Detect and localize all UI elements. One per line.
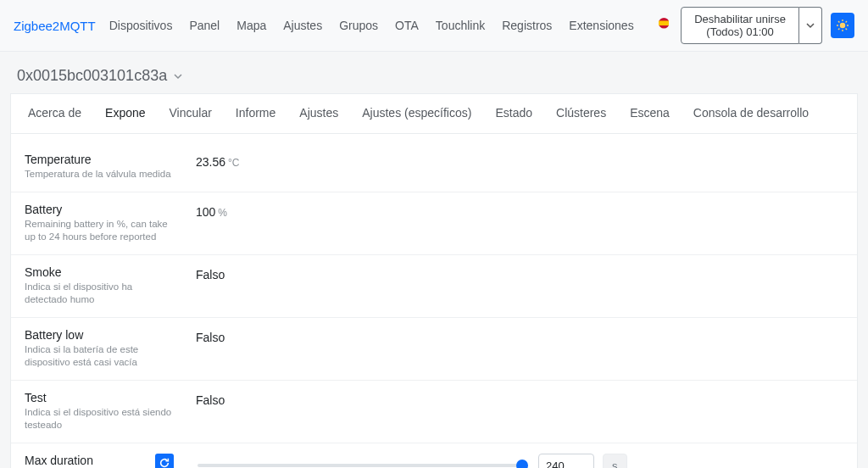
label-desc: Remaining battery in %, can take up to 2… — [25, 218, 177, 244]
svg-line-8 — [838, 21, 839, 22]
svg-line-10 — [838, 29, 839, 30]
locale-flag-icon[interactable] — [659, 18, 670, 33]
label-title: Max duration — [25, 454, 177, 467]
nav-extensiones[interactable]: Extensiones — [562, 14, 640, 37]
row-max-duration: Max duration Duración de la sirena s — [11, 443, 857, 468]
expose-card: Temperature Temperatura de la válvula me… — [10, 134, 858, 468]
tab-estado[interactable]: Estado — [483, 94, 544, 133]
max-duration-slider[interactable] — [198, 464, 528, 467]
svg-line-11 — [846, 21, 847, 22]
nav-touchlink[interactable]: Touchlink — [429, 14, 492, 37]
max-duration-unit: s — [603, 454, 627, 468]
top-navbar: Zigbee2MQTT Dispositivos Panel Mapa Ajus… — [0, 0, 868, 52]
nav-grupos[interactable]: Grupos — [332, 14, 385, 37]
nav-ajustes[interactable]: Ajustes — [276, 14, 329, 37]
value-battery: 100% — [196, 205, 227, 219]
theme-toggle-button[interactable] — [831, 13, 854, 38]
svg-rect-1 — [659, 21, 670, 26]
device-tabs: Acerca de Expone Vincular Informe Ajuste… — [10, 93, 858, 133]
svg-point-3 — [840, 23, 845, 28]
label-desc: Temperatura de la válvula medida — [25, 168, 177, 181]
nav-ota[interactable]: OTA — [388, 14, 426, 37]
label-title: Battery low — [25, 328, 177, 342]
value-battery-low: Falso — [196, 331, 225, 344]
row-temperature: Temperature Temperatura de la válvula me… — [11, 142, 857, 192]
device-id[interactable]: 0x0015bc003101c83a — [17, 67, 167, 85]
nav-mapa[interactable]: Mapa — [230, 14, 273, 37]
tab-expone[interactable]: Expone — [93, 94, 157, 133]
refresh-icon — [159, 457, 170, 468]
permit-join-dropdown[interactable] — [799, 7, 822, 44]
row-battery-low: Battery low Indica si la batería de este… — [11, 318, 857, 381]
label-title: Battery — [25, 203, 177, 216]
row-smoke: Smoke Indica si el dispositivo ha detect… — [11, 255, 857, 318]
value-smoke: Falso — [196, 268, 225, 281]
tab-vincular[interactable]: Vincular — [158, 94, 224, 133]
chevron-down-icon — [806, 21, 815, 30]
chevron-down-icon — [174, 72, 182, 81]
value-test: Falso — [196, 393, 225, 407]
sun-icon — [836, 19, 849, 32]
label-title: Smoke — [25, 265, 177, 279]
svg-line-9 — [846, 29, 847, 30]
device-title-row: 0x0015bc003101c83a — [0, 52, 868, 93]
tab-ajustes[interactable]: Ajustes — [287, 94, 350, 133]
refresh-button[interactable] — [155, 454, 174, 468]
nav-panel[interactable]: Panel — [182, 14, 226, 37]
tab-escena[interactable]: Escena — [618, 94, 682, 133]
permit-join-button[interactable]: Deshabilitar unirse (Todos) 01:00 — [681, 7, 799, 44]
label-desc: Indica si el dispositivo está siendo tes… — [25, 406, 177, 432]
device-title-caret[interactable] — [174, 67, 182, 85]
value-temperature: 23.56°C — [196, 155, 240, 169]
row-test: Test Indica si el dispositivo está siend… — [11, 381, 857, 443]
tab-consola[interactable]: Consola de desarrollo — [682, 94, 821, 133]
nav-dispositivos[interactable]: Dispositivos — [103, 14, 180, 37]
nav-registros[interactable]: Registros — [495, 14, 559, 37]
tab-clusteres[interactable]: Clústeres — [544, 94, 618, 133]
tab-acerca-de[interactable]: Acerca de — [16, 94, 93, 133]
tab-informe[interactable]: Informe — [224, 94, 287, 133]
label-title: Temperature — [25, 153, 177, 166]
row-battery: Battery Remaining battery in %, can take… — [11, 192, 857, 255]
tab-ajustes-especificos[interactable]: Ajustes (específicos) — [350, 94, 483, 133]
label-desc: Indica si la batería de este dispositivo… — [25, 343, 177, 370]
label-title: Test — [25, 391, 177, 404]
permit-join-group: Deshabilitar unirse (Todos) 01:00 — [681, 7, 822, 44]
max-duration-input[interactable] — [538, 454, 594, 468]
brand-link[interactable]: Zigbee2MQTT — [14, 19, 96, 33]
label-desc: Indica si el dispositivo ha detectado hu… — [25, 281, 177, 307]
